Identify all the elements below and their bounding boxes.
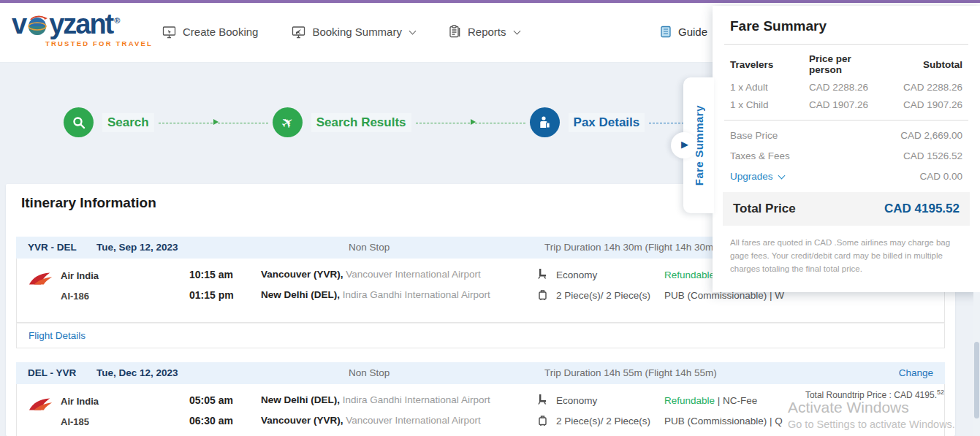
departure-airport: Vancouver (YVR), Vancouver International… (261, 269, 481, 280)
total-price-row: Total Price CAD 4195.52 (723, 192, 970, 226)
total-price-value: CAD 4195.52 (884, 202, 960, 216)
main-nav: Create Booking Booking Summary Reports (162, 25, 520, 39)
search-step-circle (64, 107, 94, 137)
baggage-allowance: 2 Piece(s)/ 2 Piece(s) (556, 290, 650, 301)
scrollbar-thumb[interactable] (974, 342, 979, 418)
fare-summary-tab[interactable]: Fare Summary ▶ (683, 77, 714, 213)
fare-summary-title: Fare Summary (730, 18, 962, 34)
departure-time: 05:05 am (189, 394, 233, 406)
flight-row-return: Air India AI-185 05:05 am 06:30 am New D… (16, 384, 945, 436)
logo-text-prefix: v (12, 10, 26, 38)
traveler-type: 1 x Adult (730, 82, 809, 93)
flight-details-link[interactable]: Flight Details (29, 330, 86, 341)
fare-disclaimer: All fares are quoted in CAD .Some airlin… (730, 237, 962, 275)
segment-stops: Non Stop (349, 242, 390, 253)
upgrades-row: Upgrades CAD 0.00 (730, 171, 962, 182)
flight-number: AI-185 (61, 416, 89, 427)
step-search-results[interactable]: ✈ Search Results (273, 107, 411, 137)
segment-duration: Trip Duration 14h 30m (Flight 14h 30m) (544, 242, 717, 253)
logo-tagline: TRUSTED FOR TRAVEL (45, 39, 158, 47)
segment-stops: Non Stop (349, 367, 390, 378)
logo-registered-mark: ® (114, 17, 120, 25)
arrow-right-icon: ▶ (681, 139, 688, 150)
divider (724, 44, 968, 45)
change-link[interactable]: Change (899, 367, 933, 378)
flight-details-bar: Flight Details (16, 323, 945, 348)
subtotal: CAD 1907.26 (884, 99, 962, 110)
step-label-search: Search (102, 113, 154, 132)
passenger-icon (538, 115, 552, 130)
upgrades-value: CAD 0.00 (919, 171, 962, 182)
air-india-logo (29, 270, 53, 290)
baggage-allowance: 2 Piece(s)/ 2 Piece(s) (556, 416, 650, 427)
airline-name: Air India (61, 270, 99, 281)
guide-book-icon (660, 26, 672, 38)
monitor-plane-icon (292, 26, 305, 39)
nav-label: Booking Summary (312, 26, 402, 38)
traveler-type: 1 x Child (730, 99, 809, 110)
fare-summary-collapse-handle[interactable]: ▶ (671, 132, 697, 158)
col-header-subtotal: Subtotal (884, 59, 962, 70)
nav-reports[interactable]: Reports (449, 25, 520, 39)
segment-header-return: DEL - YVR Tue, Dec 12, 2023 Non Stop Tri… (16, 362, 945, 384)
scrollbar[interactable] (973, 292, 980, 436)
nav-label: Create Booking (183, 26, 258, 38)
departure-time: 10:15 am (189, 269, 233, 280)
refundable-status: Refundable | (664, 269, 720, 280)
total-roundtrip-price: Total Roundtrip Price : CAD 4195.52 (805, 389, 944, 400)
nav-booking-summary[interactable]: Booking Summary (292, 26, 415, 39)
step-label-search-results: Search Results (311, 113, 411, 132)
monitor-cursor-icon (162, 26, 176, 39)
cabin-class: Economy (556, 269, 597, 280)
price-per-person: CAD 2288.26 (809, 82, 884, 93)
seat-icon (537, 268, 547, 282)
top-accent-bar (0, 0, 980, 3)
search-results-step-circle: ✈ (273, 107, 303, 137)
nav-label: Reports (468, 26, 506, 38)
segment-date: Tue, Dec 12, 2023 (96, 367, 178, 378)
globe-icon (26, 15, 48, 37)
total-price-label: Total Price (733, 202, 796, 216)
step-search[interactable]: Search (64, 107, 154, 137)
departure-airport: New Delhi (DEL), Indira Gandhi Internati… (261, 394, 490, 405)
step-pax-details[interactable]: Pax Details (530, 107, 645, 137)
taxes-fees-label: Taxes & Fees (730, 150, 790, 161)
chevron-down-icon (778, 172, 785, 180)
col-header-price-per-person: Price per person (809, 53, 884, 75)
upgrades-link[interactable]: Upgrades (730, 171, 784, 182)
guide-label: Guide (678, 26, 707, 38)
base-price-label: Base Price (730, 130, 778, 141)
refundable-status: Refundable | NC-Fee (664, 395, 757, 406)
segment-duration: Trip Duration 14h 55m (Flight 14h 55m) (544, 367, 717, 378)
arrival-time: 06:30 am (189, 415, 233, 427)
base-price-row: Base Price CAD 2,669.00 (730, 130, 962, 141)
fare-type: PUB (Commissionable) | Q (664, 416, 783, 427)
flight-number: AI-186 (61, 291, 89, 302)
segment-date: Tue, Sep 12, 2023 (96, 242, 178, 253)
voyzant-logo[interactable]: v yzant ® TRUSTED FOR TRAVEL (12, 10, 158, 47)
segment-route: YVR - DEL (28, 242, 77, 253)
plane-icon: ✈ (277, 112, 297, 133)
luggage-icon (538, 289, 547, 303)
taxes-fees-value: CAD 1526.52 (903, 150, 962, 161)
seat-icon (537, 394, 547, 408)
price-per-person: CAD 1907.26 (809, 99, 884, 110)
col-header-travelers: Travelers (730, 59, 809, 70)
luggage-icon (538, 415, 547, 429)
nav-create-booking[interactable]: Create Booking (162, 26, 258, 39)
search-icon (72, 115, 86, 130)
taxes-fees-row: Taxes & Fees CAD 1526.52 (730, 150, 962, 161)
arrival-airport: New Delhi (DEL), Indira Gandhi Internati… (261, 289, 490, 300)
airline-name: Air India (61, 396, 99, 407)
divider (724, 120, 968, 121)
fare-summary-panel: Fare Summary Travelers Price per person … (713, 6, 980, 292)
base-price-value: CAD 2,669.00 (900, 130, 962, 141)
clipboard-icon (449, 25, 461, 39)
guide-button[interactable]: Guide (660, 26, 707, 38)
arrival-time: 01:15 pm (189, 289, 234, 301)
travelers-table: Travelers Price per person Subtotal 1 x … (730, 53, 962, 110)
logo-text-suffix: yzant (49, 10, 113, 38)
step-label-pax-details: Pax Details (569, 113, 645, 132)
subtotal: CAD 2288.26 (884, 82, 962, 93)
cabin-class: Economy (556, 395, 597, 406)
